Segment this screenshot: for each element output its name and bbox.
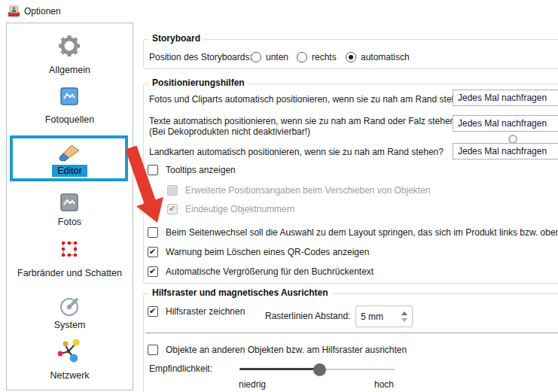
grid-spacing-spinner[interactable]: 5 mm	[355, 305, 413, 327]
radio-rechts-label[interactable]: rechts	[312, 52, 337, 63]
grid-spacing-value: 5 mm	[361, 311, 383, 322]
sidebar-item-editor-label: Editor	[52, 165, 87, 177]
brush-icon	[58, 144, 81, 166]
texts-note: (Bei Dekoprodukten nicht deaktivierbar!)	[149, 126, 310, 138]
storyboard-position-label: Position des Storyboards:	[149, 52, 252, 63]
sensitivity-slider-track[interactable]	[319, 369, 395, 370]
photos-cliparts-label: Fotos und Cliparts automatisch positioni…	[149, 94, 471, 105]
gauge-icon	[58, 295, 81, 320]
sidebar-item-editor[interactable]: Editor	[6, 166, 133, 176]
spinner-down-icon[interactable]	[401, 318, 407, 322]
spinner-arrows[interactable]	[401, 311, 407, 322]
checkbox-page-change-jump-label[interactable]: Beim Seitenwechsel soll die Auswahl zu d…	[166, 227, 558, 239]
sidebar-item-fotoquellen[interactable]: Fotoquellen	[6, 114, 133, 125]
sidebar-item-system[interactable]: System	[6, 320, 133, 330]
sidebar-item-netzwerk[interactable]: Netzwerk	[6, 370, 133, 381]
photos-cliparts-dropdown[interactable]: Jedes Mal nachfragen	[453, 90, 558, 106]
checkbox-unique-object-numbers	[167, 204, 178, 214]
storyboard-group-title: Storyboard	[149, 33, 203, 44]
radio-unten-label[interactable]: unten	[266, 52, 288, 63]
radio-automatisch[interactable]	[346, 52, 356, 62]
grid-group-title: Hilfsraster und magnetisches Ausrichten	[149, 287, 331, 298]
maps-label: Landkarten automatisch positionieren, we…	[149, 147, 444, 158]
sidebar-item-allgemein[interactable]: Allgemein	[6, 65, 133, 75]
texts-dropdown[interactable]: Jedes Mal nachfragen	[453, 115, 558, 132]
image-icon	[60, 87, 78, 108]
gear-icon	[56, 33, 82, 61]
radio-automatisch-label[interactable]: automatisch	[361, 52, 410, 63]
group-separator	[145, 333, 558, 333]
checkbox-draw-grid[interactable]	[148, 306, 158, 317]
checkbox-page-change-jump[interactable]	[148, 227, 158, 238]
network-icon	[56, 336, 82, 366]
app-icon	[7, 3, 22, 20]
checkbox-spine-text-zoom-label[interactable]: Automatische Vergrößerung für den Buchrü…	[166, 266, 374, 278]
checkbox-draw-grid-label[interactable]: Hilfsraster zeichnen	[166, 306, 245, 318]
checkbox-align-objects-label[interactable]: Objekte an anderen Objekten bzw. am Hilf…	[166, 345, 407, 356]
sensitivity-label: Empfindlichkeit:	[149, 363, 212, 375]
checkbox-tooltips-label[interactable]: Tooltips anzeigen	[166, 165, 236, 176]
checkbox-unique-object-numbers-label: Eindeutige Objektnummern	[185, 204, 294, 215]
selection-frame-icon	[59, 239, 79, 261]
radio-rechts[interactable]	[297, 52, 307, 62]
checkbox-spine-text-zoom[interactable]	[148, 266, 158, 277]
spinner-up-icon[interactable]	[401, 311, 407, 315]
options-dialog: { "window": { "title": "Optionen" }, "co…	[0, 0, 558, 392]
texts-label: Texte automatisch positionieren, wenn si…	[149, 116, 460, 127]
checkbox-tooltips[interactable]	[148, 165, 158, 175]
radio-unten[interactable]	[251, 52, 261, 62]
positioning-group-title: Positionierungshilfen	[149, 77, 248, 88]
window-title: Optionen	[24, 6, 61, 17]
sidebar-item-farbraender[interactable]: Farbränder und Schatten	[6, 268, 133, 278]
checkbox-extended-positions	[167, 185, 178, 196]
checkbox-qr-warning-label[interactable]: Warnung beim Löschen eines QR-Codes anze…	[166, 247, 369, 258]
sensitivity-slider-handle[interactable]	[313, 363, 326, 376]
slider-high-label: hoch	[374, 379, 394, 390]
checkbox-extended-positions-label: Erweiterte Positionsangaben beim Verschi…	[185, 185, 431, 196]
maps-dropdown[interactable]: Jedes Mal nachfragen	[453, 143, 558, 160]
image-icon	[60, 193, 78, 214]
sensitivity-slider-track-filled[interactable]	[239, 368, 319, 370]
checkbox-qr-warning[interactable]	[148, 247, 158, 257]
slider-low-label: niedrig	[239, 379, 266, 390]
checkbox-align-objects[interactable]	[148, 345, 158, 355]
grid-spacing-label: Rasterlinien Abstand:	[265, 311, 350, 322]
sidebar-item-fotos[interactable]: Fotos	[6, 217, 133, 227]
